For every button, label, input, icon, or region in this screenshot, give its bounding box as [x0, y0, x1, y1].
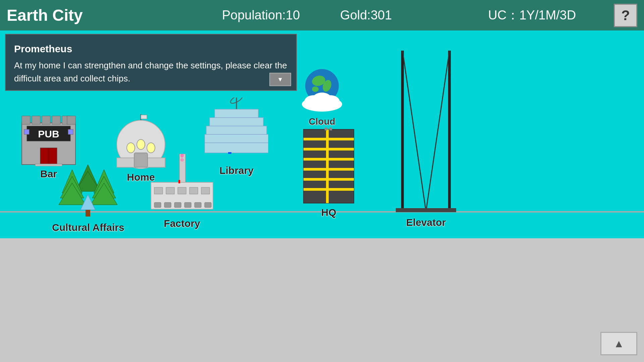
library-label: Library [219, 165, 254, 176]
svg-rect-30 [134, 153, 148, 167]
svg-point-66 [180, 158, 184, 162]
svg-rect-48 [329, 128, 332, 130]
svg-rect-47 [325, 128, 327, 130]
svg-rect-9 [22, 116, 30, 124]
svg-point-3 [312, 86, 319, 92]
header: Earth City Population:10 Gold:301 UC：1Y/… [0, 0, 644, 31]
game-area: Prometheus At my home I can strengthen a… [0, 31, 644, 362]
svg-rect-71 [190, 187, 198, 194]
svg-point-7 [312, 93, 332, 107]
svg-rect-78 [205, 202, 211, 207]
svg-text:PUB: PUB [38, 128, 59, 139]
ground-background [0, 238, 644, 362]
population-stat: Population:10 [222, 8, 300, 22]
svg-rect-33 [215, 109, 258, 118]
svg-rect-76 [184, 202, 191, 207]
svg-rect-20 [24, 129, 29, 134]
svg-rect-38 [228, 152, 231, 154]
svg-rect-35 [206, 126, 267, 134]
svg-point-27 [127, 143, 135, 153]
svg-rect-69 [166, 187, 174, 194]
game-title: Earth City [7, 6, 157, 24]
cultural-affairs-building[interactable]: Cultural Affairs [52, 161, 124, 233]
svg-rect-46 [326, 129, 329, 203]
factory-building[interactable]: Factory [149, 154, 215, 229]
elevator-building[interactable]: Elevator [392, 51, 460, 228]
svg-rect-77 [195, 202, 201, 207]
help-button[interactable]: ? [614, 4, 637, 27]
dialog-dismiss-button[interactable]: ▼ [269, 73, 291, 86]
hq-label: HQ [321, 207, 336, 218]
svg-line-51 [402, 51, 426, 212]
dialog-speaker: Prometheus [14, 41, 288, 56]
svg-rect-36 [205, 134, 268, 143]
gold-stat: Gold:301 [340, 8, 392, 22]
svg-rect-75 [174, 202, 181, 207]
uc-stat: UC：1Y/1M/3D [457, 7, 607, 24]
svg-rect-63 [86, 210, 90, 217]
cloud-label: Cloud [309, 116, 335, 127]
svg-point-29 [147, 143, 155, 153]
svg-line-52 [426, 51, 449, 212]
scroll-up-button[interactable]: ▲ [600, 332, 637, 355]
svg-rect-37 [205, 143, 268, 153]
stats-panel: Population:10 Gold:301 [157, 8, 457, 22]
svg-rect-24 [141, 115, 147, 119]
svg-rect-34 [210, 118, 263, 126]
svg-rect-68 [154, 187, 163, 194]
cloud-building[interactable]: Cloud [295, 67, 349, 127]
dialog-text: At my home I can strengthen and change t… [14, 59, 288, 85]
cultural-affairs-label: Cultural Affairs [52, 222, 124, 233]
svg-point-28 [137, 139, 145, 149]
svg-rect-14 [67, 116, 75, 124]
svg-rect-72 [201, 187, 210, 194]
svg-rect-18 [41, 148, 48, 164]
svg-rect-11 [42, 116, 50, 124]
dialog-box: Prometheus At my home I can strengthen a… [5, 34, 297, 91]
hq-building[interactable]: HQ [302, 128, 356, 218]
svg-rect-73 [154, 202, 161, 207]
elevator-label: Elevator [406, 217, 446, 228]
factory-label: Factory [164, 218, 200, 229]
svg-rect-53 [396, 208, 456, 212]
svg-rect-79 [178, 180, 180, 183]
svg-rect-21 [68, 129, 73, 134]
svg-rect-70 [178, 187, 186, 194]
svg-rect-12 [52, 116, 60, 124]
svg-rect-10 [32, 116, 40, 124]
svg-rect-74 [164, 202, 171, 207]
